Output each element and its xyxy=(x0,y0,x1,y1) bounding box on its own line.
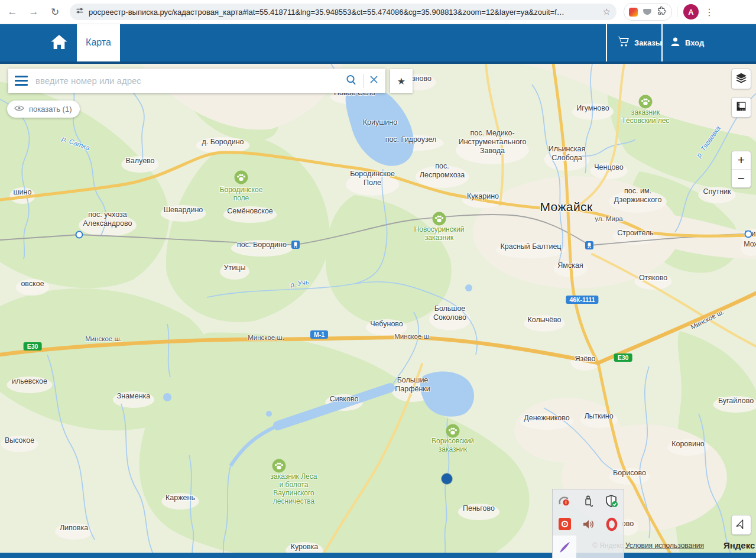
usb-icon[interactable] xyxy=(576,489,600,512)
map-label: д. Бородино xyxy=(202,138,244,147)
map-label: Утицы xyxy=(224,264,246,272)
map-label: Отяково xyxy=(639,274,667,283)
map-label: Спутник xyxy=(703,187,731,196)
map-label: р. Тягаевка xyxy=(695,125,723,159)
address-bar[interactable]: росреестр-выписка.рус/кадастровая_карта#… xyxy=(70,4,617,20)
extension-colorful-icon[interactable] xyxy=(629,8,638,17)
bookmark-star-icon[interactable]: ☆ xyxy=(603,7,611,17)
map-labels-layer: РазновоНовое СелоКриушинопос. Гидроузелп… xyxy=(0,64,756,558)
map-label: Бородинское поле xyxy=(220,186,263,202)
railway-halt-icon xyxy=(745,231,752,238)
road-badge: Е30 xyxy=(614,353,632,362)
map-label: Красный Балтиец xyxy=(500,242,561,251)
map-label: Семёновское xyxy=(227,207,273,216)
map-label: Денежниково xyxy=(524,414,569,423)
site-info-icon[interactable] xyxy=(76,7,84,17)
system-tray-popup: ! xyxy=(552,489,624,558)
map-label: Ильинская Слобода xyxy=(549,145,585,163)
svg-text:!: ! xyxy=(565,499,567,505)
map-label: Большие Парфёнки xyxy=(395,376,430,394)
map-canvas[interactable]: РазновоНовое СелоКриушинопос. Гидроузелп… xyxy=(0,64,756,558)
map-label: Валуево xyxy=(125,157,154,166)
map-label: Язёво xyxy=(575,355,595,364)
map-label: Криушино xyxy=(363,118,397,127)
map-label: Пеньгово xyxy=(463,504,495,513)
selected-point-marker[interactable] xyxy=(442,473,452,484)
search-input[interactable] xyxy=(34,75,345,86)
layers-button[interactable] xyxy=(731,69,751,89)
url-text[interactable]: росреестр-выписка.рус/кадастровая_карта#… xyxy=(89,8,599,17)
cart-icon xyxy=(617,36,630,49)
map-label: Высокое xyxy=(5,436,34,445)
extensions-puzzle-icon[interactable] xyxy=(657,6,667,18)
nature-reserve-paw-icon xyxy=(234,170,249,185)
search-divider xyxy=(363,74,364,88)
shield-check-icon[interactable] xyxy=(600,489,624,512)
map-label: Липовка xyxy=(60,524,88,533)
zoom-out-button[interactable]: − xyxy=(732,170,751,187)
reload-button[interactable]: ↻ xyxy=(46,3,64,21)
map-label: Минское ш. xyxy=(394,333,431,341)
favorites-button[interactable]: ★ xyxy=(390,69,413,93)
nature-reserve-paw-icon xyxy=(272,459,287,473)
profile-avatar[interactable]: A xyxy=(683,4,699,20)
extension-gray-icon[interactable] xyxy=(643,9,651,15)
map-label: Кукарино xyxy=(467,192,499,201)
tab-map[interactable]: Карта xyxy=(77,24,120,61)
map-label: Каржень xyxy=(166,494,195,502)
map-label: Минское ш. xyxy=(689,308,725,332)
map-label: шино xyxy=(14,188,32,197)
map-label: пос. им. Дзержинского xyxy=(614,187,662,205)
map-label: пос. Медико- Инструментального Завода xyxy=(459,129,527,155)
clear-search-icon[interactable] xyxy=(369,75,378,86)
nature-reserve-paw-icon xyxy=(446,424,460,439)
map-label: Мож xyxy=(744,240,756,249)
map-label: Новосуринский заказник xyxy=(414,225,465,242)
locate-button[interactable] xyxy=(731,515,751,535)
map-label: Бугайлово xyxy=(718,397,754,405)
orders-button[interactable]: Заказы xyxy=(617,24,662,61)
map-label: пос. Леспромхоза xyxy=(420,162,465,180)
map-label: заказник Тёсовский лес xyxy=(622,108,670,125)
nature-reserve-paw-icon xyxy=(432,212,447,226)
opera-icon[interactable] xyxy=(600,512,624,536)
zoom-in-button[interactable]: + xyxy=(732,151,751,169)
forward-button[interactable]: → xyxy=(25,3,43,21)
navigation-arrow-icon xyxy=(735,518,747,532)
device-alert-icon[interactable]: ! xyxy=(553,489,576,512)
map-label: Коровино xyxy=(671,440,705,449)
home-button[interactable] xyxy=(43,24,76,61)
login-button[interactable]: Вход xyxy=(670,24,704,61)
map-label: Куровка xyxy=(291,543,319,551)
map-label: р. Учь xyxy=(290,278,310,290)
show-button-label: показать (1) xyxy=(29,105,72,113)
map-label: Шевардино xyxy=(164,206,203,215)
map-label: Бородинское Поле xyxy=(350,170,395,187)
show-button[interactable]: показать (1) xyxy=(7,100,80,118)
browser-menu-icon[interactable]: ⋮ xyxy=(705,7,714,18)
map-label: Сивково xyxy=(330,395,359,404)
extensions-pill xyxy=(624,3,672,21)
feather-highlighter-icon[interactable] xyxy=(553,536,576,558)
road-badge: Е30 xyxy=(24,342,42,351)
map-label: Ченцово xyxy=(594,163,624,172)
map-label: Лыткино xyxy=(584,412,613,421)
map-label: овское xyxy=(21,280,44,288)
search-icon[interactable] xyxy=(345,74,357,88)
map-label: Колычёво xyxy=(527,316,561,325)
orders-label: Заказы xyxy=(634,38,662,47)
screen-record-icon[interactable] xyxy=(553,512,576,536)
map-layers-icon xyxy=(735,72,748,87)
back-button[interactable]: ← xyxy=(4,3,21,21)
map-label: Знаменка xyxy=(117,392,151,401)
map-label: Чебуново xyxy=(370,320,403,329)
map-label: заказник Леса и болота Ваулинского лесни… xyxy=(271,472,317,506)
header-separator xyxy=(661,24,663,61)
volume-icon[interactable] xyxy=(576,512,600,536)
ruler-icon xyxy=(735,100,748,115)
menu-button[interactable] xyxy=(8,69,34,93)
map-label: пос. Бородино xyxy=(237,241,287,249)
map-label: Ямская xyxy=(557,261,583,270)
measure-button[interactable] xyxy=(731,97,751,118)
map-label: Можайск xyxy=(540,200,592,215)
